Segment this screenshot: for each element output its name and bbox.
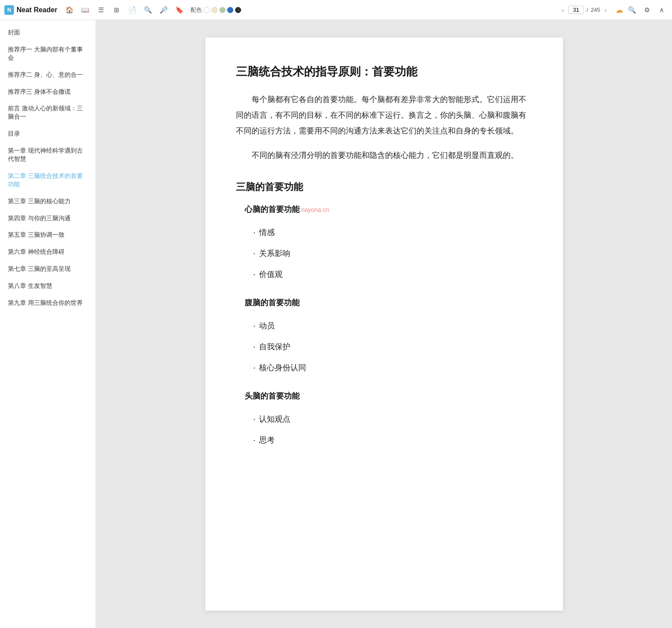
page-icon[interactable]: 📄 <box>126 4 138 16</box>
list-item: 自我保护 <box>253 336 532 357</box>
subsection-block-1: 腹脑的首要功能动员自我保护核心身份认同 <box>236 297 532 378</box>
sidebar-item-toc[interactable]: 目录 <box>0 126 96 143</box>
prev-page-button[interactable]: ‹ <box>560 6 566 14</box>
sidebar-item-cover[interactable]: 封面 <box>0 24 96 41</box>
toolbar: N Neat Reader 🏠 📖 ☰ ⊞ 📄 🔍 🔎 🔖 配色 ‹ / 245… <box>0 0 672 20</box>
list-item: 认知观点 <box>253 408 532 429</box>
sidebar-item-ch1[interactable]: 第一章 现代神经科学遇到古代智慧 <box>0 143 96 168</box>
home-icon[interactable]: 🏠 <box>63 4 75 16</box>
bullet-list-1: 动员自我保护核心身份认同 <box>236 315 532 378</box>
subsection-title-1: 腹脑的首要功能 <box>236 297 532 308</box>
section-title: 三脑的首要功能 <box>236 181 532 194</box>
sidebar-item-foreword3[interactable]: 推荐序三 身体不会撒谎 <box>0 84 96 101</box>
sidebar-item-preface[interactable]: 前言 激动人心的新领域：三脑合一 <box>0 100 96 126</box>
book-icon[interactable]: 📖 <box>79 4 91 16</box>
watermark-0: nayona.cn <box>300 206 330 213</box>
brand-icon: N <box>4 5 14 15</box>
menu-icon[interactable]: ☰ <box>95 4 107 16</box>
theme-white[interactable] <box>204 7 210 13</box>
list-item: 情感 <box>253 222 532 242</box>
app-name: Neat Reader <box>17 6 57 14</box>
subsection-block-0: 心脑的首要功能 nayona.cn情感关系影响价值观 <box>236 204 532 284</box>
toolbar-right: ☁ 🔍 ⚙ ∧ <box>615 4 668 16</box>
list-item: 价值观 <box>253 263 532 284</box>
list-item: 核心身份认同 <box>253 357 532 378</box>
app-brand: N Neat Reader <box>4 5 57 15</box>
list-item: 动员 <box>253 315 532 336</box>
page-separator: / <box>587 7 588 13</box>
sidebar-item-ch2[interactable]: 第二章 三脑统合技术的首要功能 <box>0 168 96 193</box>
sidebar-item-ch8[interactable]: 第八章 生发智慧 <box>0 278 96 295</box>
theme-dark[interactable] <box>235 7 241 13</box>
paragraph-2: 不同的脑有泾渭分明的首要功能和隐含的核心能力，它们都是明显而直观的。 <box>236 147 532 163</box>
paragraph-1: 每个脑都有它各自的首要功能。每个脑都有差异非常大的智能形式。它们运用不同的语言，… <box>236 92 532 139</box>
theme-blue[interactable] <box>227 7 233 13</box>
grid-icon[interactable]: ⊞ <box>110 4 123 16</box>
theme-section: 配色 <box>191 6 241 14</box>
bullet-list-2: 认知观点思考 <box>236 408 532 450</box>
page-nav: ‹ / 245 › <box>560 6 608 14</box>
sidebar-item-ch3[interactable]: 第三章 三脑的核心能力 <box>0 193 96 210</box>
zoom-icon[interactable]: 🔎 <box>157 4 170 16</box>
bullet-list-0: 情感关系影响价值观 <box>236 222 532 284</box>
sidebar-item-foreword1[interactable]: 推荐序一 大脑内部有个董事会 <box>0 41 96 67</box>
sidebar-item-ch7[interactable]: 第七章 三脑的至高呈现 <box>0 261 96 278</box>
collapse-icon[interactable]: ∧ <box>655 4 668 16</box>
settings-icon[interactable]: ⚙ <box>641 4 653 16</box>
sidebar-item-ch6[interactable]: 第六章 神经统合障碍 <box>0 244 96 261</box>
book-page: 三脑统合技术的指导原则：首要功能 每个脑都有它各自的首要功能。每个脑都有差异非常… <box>205 38 563 611</box>
subsection-block-2: 头脑的首要功能认知观点思考 <box>236 391 532 450</box>
sidebar-item-ch9[interactable]: 第九章 用三脑统合你的世界 <box>0 295 96 312</box>
main-content: 三脑统合技术的指导原则：首要功能 每个脑都有它各自的首要功能。每个脑都有差异非常… <box>96 20 672 628</box>
theme-beige[interactable] <box>211 7 218 13</box>
next-page-button[interactable]: › <box>603 6 608 14</box>
sidebar: 封面推荐序一 大脑内部有个董事会推荐序二 身、心、意的合一推荐序三 身体不会撒谎… <box>0 20 96 628</box>
page-input[interactable] <box>568 6 584 14</box>
subsection-title-0: 心脑的首要功能 nayona.cn <box>236 204 532 215</box>
list-item: 思考 <box>253 429 532 450</box>
sidebar-item-foreword2[interactable]: 推荐序二 身、心、意的合一 <box>0 67 96 84</box>
chapter-title: 三脑统合技术的指导原则：首要功能 <box>236 64 532 79</box>
cloud-icon: ☁ <box>615 5 623 15</box>
subsection-title-2: 头脑的首要功能 <box>236 391 532 401</box>
theme-label: 配色 <box>191 6 202 14</box>
theme-green[interactable] <box>219 7 225 13</box>
sidebar-item-ch5[interactable]: 第五章 三脑协调一致 <box>0 227 96 244</box>
app-layout: 封面推荐序一 大脑内部有个董事会推荐序二 身、心、意的合一推荐序三 身体不会撒谎… <box>0 20 672 628</box>
search-icon[interactable]: 🔍 <box>142 4 154 16</box>
search-right-icon[interactable]: 🔍 <box>626 4 638 16</box>
list-item: 关系影响 <box>253 242 532 263</box>
page-total: 245 <box>591 7 600 13</box>
bookmark-icon[interactable]: 🔖 <box>173 4 185 16</box>
sidebar-item-ch4[interactable]: 第四章 与你的三脑沟通 <box>0 210 96 227</box>
